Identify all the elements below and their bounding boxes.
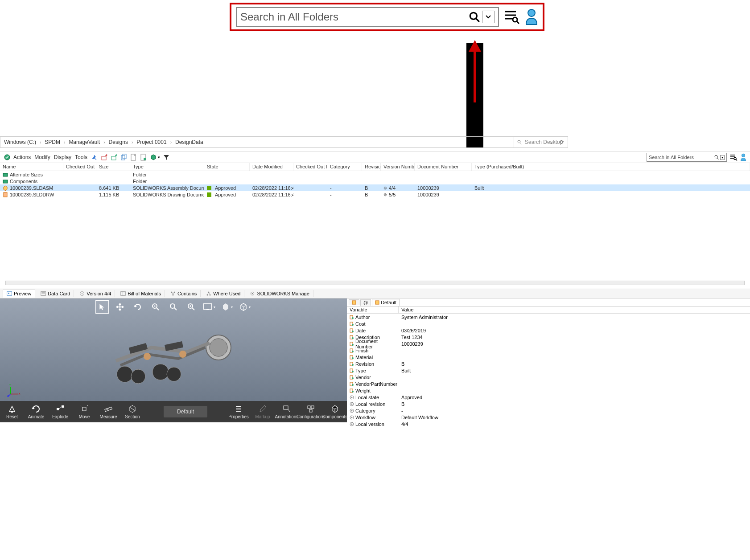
configurations-button[interactable]: Configurations	[299, 401, 323, 422]
property-row[interactable]: Weight	[347, 387, 750, 394]
actions-menu[interactable]: Actions	[13, 154, 31, 160]
horizontal-scrollbar[interactable]	[5, 281, 745, 285]
user-icon[interactable]	[525, 8, 538, 25]
tab-data-card[interactable]: Data Card	[37, 290, 74, 297]
copy-icon[interactable]	[120, 154, 128, 161]
col-checked-out-by[interactable]: Checked Out By	[63, 163, 96, 171]
breadcrumb-item[interactable]: Project 0001	[136, 139, 166, 145]
breadcrumb-item[interactable]: Designs	[109, 139, 128, 145]
box-icon[interactable]	[150, 154, 157, 161]
search-dropdown-icon[interactable]: ▾	[720, 155, 725, 160]
document-icon[interactable]	[130, 154, 137, 161]
col-size[interactable]: Size	[96, 163, 130, 171]
tab-where-used[interactable]: Where Used	[202, 290, 244, 297]
zoom-fit-tool[interactable]	[167, 300, 180, 314]
table-row[interactable]: 10000239.SLDDRW1.115 KBSOLIDWORKS Drawin…	[0, 191, 750, 198]
markup-button[interactable]: Markup	[251, 401, 275, 422]
col-state[interactable]: State	[204, 163, 250, 171]
advanced-search-icon[interactable]	[729, 154, 738, 161]
property-row[interactable]: Finish	[347, 347, 750, 354]
move-button[interactable]: Move	[72, 401, 96, 422]
view-mode-tool[interactable]: ▾	[238, 300, 251, 314]
property-row[interactable]: WorkflowDefault Workflow	[347, 414, 750, 421]
reset-button[interactable]: Reset	[0, 401, 24, 422]
tab-version[interactable]: 4Version 4/4	[76, 290, 115, 297]
tab-bom[interactable]: Bill of Materials	[117, 290, 165, 297]
dropdown-caret[interactable]: ▾	[158, 155, 160, 159]
search-icon[interactable]	[714, 155, 719, 160]
breadcrumb-item[interactable]: DesignData	[175, 139, 203, 145]
property-row[interactable]: Local revisionB	[347, 401, 750, 407]
table-row[interactable]: Alternate SizesFolder	[0, 171, 750, 178]
pointer-tool[interactable]	[95, 300, 109, 314]
property-row[interactable]: AuthorSystem Administrator	[347, 314, 750, 320]
props-tab-default[interactable]: Default	[372, 299, 400, 306]
search-desktop-box[interactable]: Search Desktop	[514, 136, 567, 148]
components-button[interactable]: Components	[323, 401, 347, 422]
modify-menu[interactable]: Modify	[34, 154, 50, 160]
property-row[interactable]: VendorPartNumber	[347, 380, 750, 387]
tab-contains[interactable]: Contains	[167, 290, 201, 297]
measure-button[interactable]: Measure	[96, 401, 120, 422]
checkin-icon[interactable]	[111, 154, 118, 161]
properties-button[interactable]: Properties	[227, 401, 251, 422]
property-row[interactable]: Category-	[347, 407, 750, 414]
col-type[interactable]: Type	[130, 163, 204, 171]
zoom-area-tool[interactable]	[149, 300, 162, 314]
breadcrumb-item[interactable]: ManageVault	[69, 139, 100, 145]
property-row[interactable]: DescriptionTest 1234	[347, 334, 750, 340]
property-row[interactable]: Cost	[347, 320, 750, 327]
property-row[interactable]: Local stateApproved	[347, 394, 750, 401]
search-dropdown-button[interactable]	[482, 11, 495, 23]
col-type-purchased-built[interactable]: Type (Purchased/Built)	[472, 163, 750, 171]
property-row[interactable]: Vendor	[347, 374, 750, 380]
config-pill[interactable]: Default	[164, 406, 207, 417]
top-search-box[interactable]: Search in All Folders	[236, 7, 499, 27]
rotate-tool[interactable]	[131, 300, 144, 314]
pin-icon[interactable]	[91, 154, 98, 161]
animate-button[interactable]: Animate	[24, 401, 48, 422]
property-row[interactable]: TypeBuilt	[347, 367, 750, 374]
property-row[interactable]: Material	[347, 354, 750, 360]
props-tab-at[interactable]: @	[360, 299, 371, 306]
user-icon[interactable]	[740, 153, 746, 161]
property-row[interactable]: Document Number10000239	[347, 340, 750, 347]
col-date-modified[interactable]: Date Modified	[250, 163, 293, 171]
toolbar-search-input[interactable]: Search in All Folders ▾	[647, 153, 727, 162]
model-preview[interactable]	[98, 321, 241, 388]
render-mode-tool[interactable]: ▾	[220, 300, 234, 314]
breadcrumb-item[interactable]: SPDM	[45, 139, 60, 145]
pan-tool[interactable]	[113, 300, 127, 314]
props-col-value[interactable]: Value	[399, 307, 750, 313]
search-icon[interactable]	[469, 11, 480, 23]
breadcrumb-item[interactable]: Windows (C:)	[4, 139, 36, 145]
tools-menu[interactable]: Tools	[75, 154, 87, 160]
section-button[interactable]: Section	[120, 401, 144, 422]
props-col-variable[interactable]: Variable	[347, 307, 399, 313]
checkout-icon[interactable]	[101, 154, 108, 161]
property-row[interactable]: Date03/26/2019	[347, 327, 750, 334]
table-row[interactable]: 10000239.SLDASM8.641 KBSOLIDWORKS Assemb…	[0, 184, 750, 191]
col-category[interactable]: Category	[327, 163, 362, 171]
property-row[interactable]: RevisionB	[347, 360, 750, 367]
col-version-number[interactable]: Version Number	[381, 163, 415, 171]
table-row[interactable]: ComponentsFolder	[0, 178, 750, 184]
annotations-button[interactable]: Annotations	[275, 401, 299, 422]
filter-icon[interactable]	[163, 154, 170, 161]
property-row[interactable]: Local version4/4	[347, 421, 750, 427]
col-name[interactable]: Name	[0, 163, 63, 171]
document-add-icon[interactable]	[140, 154, 147, 161]
vault-icon[interactable]	[4, 154, 11, 161]
zoom-in-tool[interactable]	[185, 300, 198, 314]
advanced-search-icon[interactable]	[504, 10, 519, 24]
explode-button[interactable]: Explode	[48, 401, 72, 422]
tab-manage[interactable]: SOLIDWORKS Manage	[246, 290, 313, 297]
tab-preview[interactable]: Preview	[3, 290, 35, 298]
display-menu[interactable]: Display	[54, 154, 71, 160]
col-revision[interactable]: Revision	[362, 163, 381, 171]
breadcrumb[interactable]: Windows (C:)› SPDM› ManageVault› Designs…	[0, 136, 568, 148]
display-mode-tool[interactable]: ▾	[202, 300, 216, 314]
props-tab-bom[interactable]	[349, 299, 359, 305]
col-checked-out-in[interactable]: Checked Out In	[293, 163, 327, 171]
col-document-number[interactable]: Document Number	[415, 163, 472, 171]
